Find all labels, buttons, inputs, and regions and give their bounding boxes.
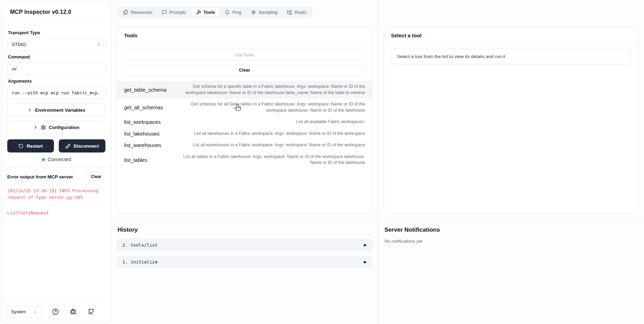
history-item[interactable]: 2. tools/list ▶: [117, 239, 372, 251]
error-clear-button[interactable]: Clear: [87, 172, 105, 181]
tab-resources[interactable]: Resources: [119, 8, 157, 17]
tab-ping[interactable]: Ping: [220, 8, 246, 17]
transport-type-select[interactable]: STDIO: [7, 38, 105, 51]
main-left-column: Resources Prompts Tools Ping: [111, 0, 378, 324]
connection-buttons: Restart Disconnect: [7, 139, 105, 152]
unplug-icon: [65, 144, 71, 149]
status-label: Connected: [48, 157, 71, 162]
history-item-label: 1. initialize: [122, 259, 158, 265]
environment-variables-label: Environment Variables: [35, 108, 85, 113]
restart-icon: [18, 144, 24, 149]
list-tools-button[interactable]: List Tools: [123, 49, 366, 61]
arguments-value: run --with mcp mcp run fabric_mcp.: [12, 90, 100, 95]
tool-description: List all available Fabric workspaces.: [296, 119, 365, 125]
tool-detail-title: Select a tool: [384, 27, 638, 44]
connection-form: Transport Type STDIO Command uv Argument…: [2, 21, 111, 167]
configuration-button[interactable]: Configuration: [7, 121, 105, 134]
tool-list-item[interactable]: get_table_schema Get schema for a specif…: [117, 81, 372, 99]
main-area: Resources Prompts Tools Ping: [111, 0, 644, 324]
restart-label: Restart: [27, 144, 43, 149]
connection-status: Connected: [7, 157, 105, 162]
tool-name: list_tables: [124, 157, 147, 163]
tool-list-item[interactable]: get_all_schemas Get schemas for all Delt…: [117, 99, 372, 116]
tab-label: Resources: [131, 10, 152, 15]
tool-list: get_table_schema Get schema for a specif…: [117, 81, 372, 169]
main-right-column: Select a tool Select a tool from the lis…: [378, 0, 644, 324]
tool-detail-card: Select a tool Select a tool from the lis…: [384, 27, 638, 213]
expand-arrow-icon: ▶: [364, 260, 367, 264]
theme-select-value: System: [11, 309, 26, 314]
tool-list-item[interactable]: list_workspaces List all available Fabri…: [117, 116, 372, 128]
github-button[interactable]: [88, 308, 94, 315]
hash-icon: [251, 10, 256, 15]
disconnect-button[interactable]: Disconnect: [59, 139, 105, 152]
bug-icon: [70, 308, 76, 315]
tab-prompts[interactable]: Prompts: [157, 8, 190, 17]
error-output-title: Error output from MCP server: [7, 174, 73, 179]
notifications-empty-message: No notifications yet: [384, 239, 638, 244]
arguments-label: Arguments: [8, 78, 105, 84]
error-log-entry: [05/14/25 23:26:19] INFO Processing requ…: [7, 186, 105, 205]
tabbar: Resources Prompts Tools Ping: [117, 7, 312, 18]
notifications-title: Server Notifications: [384, 226, 638, 233]
disconnect-label: Disconnect: [74, 144, 99, 149]
tree-icon: [287, 10, 292, 15]
configuration-label: Configuration: [49, 125, 79, 130]
github-icon: [88, 308, 94, 315]
error-log-entry: ListToolsRequest: [7, 205, 105, 220]
tool-detail-pane: Select a tool Select a tool from the lis…: [378, 0, 644, 219]
tool-list-item[interactable]: list_tables List all tables in a Fabric …: [117, 151, 372, 169]
restart-button[interactable]: Restart: [7, 139, 54, 152]
tool-description: Get schemas for all Delta tables in a Fa…: [177, 101, 365, 113]
tool-name: get_all_schemas: [124, 104, 163, 110]
tool-detail-placeholder: Select a tool from the list to view its …: [391, 49, 631, 64]
tool-name: get_table_schema: [124, 87, 167, 93]
bug-report-button[interactable]: [70, 308, 76, 315]
tab-sampling[interactable]: Sampling: [246, 8, 282, 17]
command-value: uv: [12, 66, 17, 71]
history-title: History: [118, 226, 372, 233]
sidebar: MCP Inspector v0.12.0 Transport Type STD…: [1, 1, 111, 323]
error-output-section: Error output from MCP server Clear [05/1…: [2, 167, 111, 220]
tab-label: Sampling: [259, 10, 277, 15]
sidebar-footer: System: [2, 302, 111, 322]
error-log: [05/14/25 23:26:19] INFO Processing requ…: [7, 186, 105, 220]
tab-label: Tools: [204, 10, 215, 15]
files-icon: [123, 10, 128, 15]
tool-name: list_warehouses: [124, 142, 161, 148]
help-button[interactable]: [52, 308, 59, 315]
tab-roots[interactable]: Roots: [282, 8, 311, 17]
history-pane: History 2. tools/list ▶ 1. initialize ▶: [111, 219, 378, 324]
tool-list-item[interactable]: list_lakehouses List all lakehouses in a…: [117, 128, 372, 140]
chevron-right-icon: [27, 108, 32, 112]
tools-card: Tools List Tools Clear get_table_schema …: [117, 27, 372, 213]
tab-label: Roots: [295, 10, 306, 15]
app-title: MCP Inspector v0.12.0: [10, 9, 103, 15]
tool-list-item[interactable]: list_warehouses List all warehouses in a…: [117, 139, 372, 151]
app-window: MCP Inspector v0.12.0 Transport Type STD…: [0, 0, 644, 324]
sidebar-header: MCP Inspector v0.12.0: [2, 2, 111, 21]
help-circle-icon: [52, 308, 59, 315]
arguments-input[interactable]: run --with mcp mcp run fabric_mcp.: [7, 86, 105, 99]
sidebar-spacer: [2, 220, 111, 302]
command-input[interactable]: uv: [7, 62, 105, 75]
gear-icon: [41, 125, 46, 130]
chevrons-up-down-icon: [96, 42, 101, 47]
tool-description: List all warehouses in a Fabric workspac…: [193, 142, 365, 148]
tool-name: list_workspaces: [124, 119, 161, 125]
tool-description: List all lakehouses in a Fabric workspac…: [194, 131, 365, 137]
message-square-icon: [162, 10, 167, 15]
tool-description: List all tables in a Fabric lakehouse. A…: [177, 154, 365, 166]
bell-icon: [225, 10, 230, 15]
environment-variables-button[interactable]: Environment Variables: [7, 103, 105, 117]
tools-pane: Tools List Tools Clear get_table_schema …: [111, 21, 378, 219]
clear-tools-button[interactable]: Clear: [123, 64, 366, 76]
expand-arrow-icon: ▶: [364, 243, 367, 247]
hammer-icon: [196, 10, 201, 15]
tools-card-title: Tools: [117, 27, 372, 44]
tab-tools[interactable]: Tools: [192, 8, 220, 17]
tab-label: Ping: [232, 10, 241, 15]
chevrons-up-down-icon: [33, 310, 37, 314]
theme-select[interactable]: System: [7, 306, 41, 317]
history-item[interactable]: 1. initialize ▶: [117, 256, 372, 268]
